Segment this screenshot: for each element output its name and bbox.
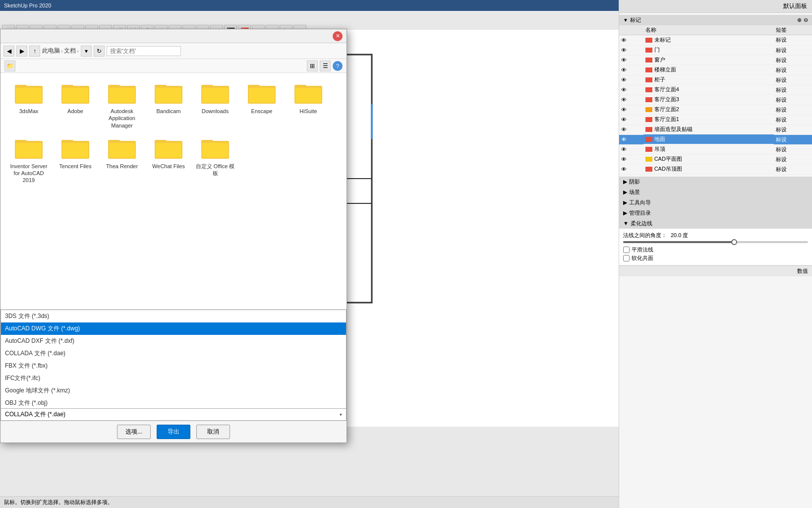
layer-row[interactable]: 👁 CAD平面图 标设 xyxy=(619,154,812,164)
folder-item[interactable]: 3dsMax xyxy=(6,79,51,132)
folder-icon xyxy=(294,82,322,106)
folder-item[interactable]: Thea Render xyxy=(100,134,144,187)
layer-visibility[interactable]: 👁 xyxy=(619,115,643,125)
breadcrumb-pc[interactable]: 此电脑 xyxy=(42,47,60,55)
layer-visibility[interactable]: 👁 xyxy=(619,164,643,174)
soften-checkbox-label[interactable]: 软化共面 xyxy=(623,254,808,262)
layer-name: 楼梯立面 xyxy=(643,65,774,75)
breadcrumb: 此电脑 › 文档 › xyxy=(42,47,79,55)
folder-label: Autodesk Application Manager xyxy=(102,108,142,129)
folder-item[interactable]: Inventor Server for AutoCAD 2019 xyxy=(6,134,51,187)
panel-bottom: ▶ 阴影 ▶ 场景 ▶ 工具向导 ▶ 管理目录 ▼ 柔化边线 法线之间的角度： xyxy=(619,177,812,276)
manager-row[interactable]: ▶ 管理目录 xyxy=(619,208,812,218)
layer-tag: 标设 xyxy=(774,125,812,134)
filetype-dropdown-area: 3DS 文件 (*.3ds)AutoCAD DWG 文件 (*.dwg)Auto… xyxy=(0,309,347,421)
layer-visibility[interactable]: 👁 xyxy=(619,95,643,105)
layer-row[interactable]: 👁 客厅立面1 标设 xyxy=(619,115,812,125)
folder-item[interactable]: Downloads xyxy=(193,79,237,132)
layer-tag: 标设 xyxy=(774,95,812,105)
refresh-button[interactable]: ↻ xyxy=(94,46,105,57)
help-button[interactable]: ? xyxy=(333,61,343,71)
layer-visibility[interactable]: 👁 xyxy=(619,35,643,46)
folder-item[interactable]: 自定义 Office 模板 xyxy=(193,134,237,187)
layer-visibility[interactable]: 👁 xyxy=(619,134,643,144)
dropdown-button[interactable]: ▾ xyxy=(81,46,92,57)
filetype-option[interactable]: FBX 文件 (*.fbx) xyxy=(1,360,346,372)
svg-rect-29 xyxy=(156,88,181,103)
layer-visibility[interactable]: 👁 xyxy=(619,75,643,85)
folder-item[interactable]: Tencent Files xyxy=(53,134,98,187)
layer-visibility[interactable]: 👁 xyxy=(619,105,643,115)
layer-row[interactable]: 👁 未标记 标设 xyxy=(619,35,812,46)
svg-rect-21 xyxy=(62,88,88,103)
cancel-button[interactable]: 取消 xyxy=(196,425,230,439)
layer-row[interactable]: 👁 地面 标设 xyxy=(619,134,812,144)
view-list-button[interactable]: ☰ xyxy=(320,61,331,71)
dialog-content-toolbar: 📁 ⊞ ☰ ? xyxy=(0,59,347,73)
layer-visibility[interactable]: 👁 xyxy=(619,125,643,134)
filetype-selected-bar[interactable]: COLLADA 文件 (*.dae) ▾ xyxy=(0,409,347,421)
layer-visibility[interactable]: 👁 xyxy=(619,85,643,95)
options-button[interactable]: 选项... xyxy=(117,425,151,439)
layer-color-swatch xyxy=(645,157,652,162)
folder-item[interactable]: HiSuite xyxy=(286,79,331,132)
breadcrumb-docs[interactable]: 文档 xyxy=(64,47,76,55)
panel-section-marks-header[interactable]: ▼ 标记 ⊕ ⊖ xyxy=(619,15,812,25)
folder-icon xyxy=(155,82,182,106)
layer-row[interactable]: 👁 吊顶 标设 xyxy=(619,144,812,154)
folder-icon xyxy=(61,137,89,161)
back-button[interactable]: ◀ xyxy=(3,46,14,57)
up-button[interactable]: ↑ xyxy=(29,46,40,57)
folder-label: Adobe xyxy=(67,108,83,115)
add-mark-icon[interactable]: ⊕ xyxy=(797,17,802,23)
filetype-option[interactable]: COLLADA 文件 (*.dae) xyxy=(1,347,346,360)
dialog-close-button[interactable]: ✕ xyxy=(333,31,343,41)
layer-row[interactable]: 👁 窗户 标设 xyxy=(619,55,812,65)
layer-row[interactable]: 👁 墙面造型及贴磁 标设 xyxy=(619,125,812,134)
shadow-row[interactable]: ▶ 阴影 xyxy=(619,177,812,187)
folder-item[interactable]: Autodesk Application Manager xyxy=(100,79,144,132)
remove-mark-icon[interactable]: ⊖ xyxy=(804,17,808,23)
filetype-option[interactable]: IFC文件(*.ifc) xyxy=(1,372,346,384)
folder-item[interactable]: Adobe xyxy=(53,79,98,132)
layer-name: 门 xyxy=(643,45,774,55)
filetype-option[interactable]: AutoCAD DXF 文件 (*.dxf) xyxy=(1,335,346,347)
layer-visibility[interactable]: 👁 xyxy=(619,65,643,75)
layer-row[interactable]: 👁 楼梯立面 标设 xyxy=(619,65,812,75)
smooth-edge-row[interactable]: ▼ 柔化边线 xyxy=(619,218,812,229)
export-button[interactable]: 导出 xyxy=(157,425,190,439)
layer-row[interactable]: 👁 客厅立面3 标设 xyxy=(619,95,812,105)
filetype-option[interactable]: AutoCAD DWG 文件 (*.dwg) xyxy=(1,322,346,335)
folder-icon xyxy=(61,82,89,106)
search-input[interactable] xyxy=(107,46,181,56)
layer-visibility[interactable]: 👁 xyxy=(619,45,643,55)
filetype-option[interactable]: Google 地球文件 (*.kmz) xyxy=(1,384,346,397)
layer-visibility[interactable]: 👁 xyxy=(619,144,643,154)
col-name: 名称 xyxy=(643,25,774,35)
smooth-label: 平滑法线 xyxy=(632,246,653,254)
layer-row[interactable]: 👁 CAD吊顶图 标设 xyxy=(619,164,812,174)
col-tag: 短签 xyxy=(774,25,812,35)
layer-row[interactable]: 👁 柜子 标设 xyxy=(619,75,812,85)
folder-item[interactable]: Enscape xyxy=(239,79,284,132)
view-toggle-button[interactable]: ⊞ xyxy=(307,61,318,71)
new-folder-button[interactable]: 📁 xyxy=(4,61,15,71)
forward-button[interactable]: ▶ xyxy=(16,46,27,57)
tools-ref-row[interactable]: ▶ 工具向导 xyxy=(619,197,812,208)
soften-checkbox[interactable] xyxy=(623,255,630,261)
layer-name: 客厅立面3 xyxy=(643,95,774,105)
layer-row[interactable]: 👁 客厅立面4 标设 xyxy=(619,85,812,95)
folder-item[interactable]: Bandicam xyxy=(146,79,191,132)
folder-item[interactable]: WeChat Files xyxy=(146,134,191,187)
svg-rect-33 xyxy=(202,88,228,103)
layer-visibility[interactable]: 👁 xyxy=(619,55,643,65)
layer-row[interactable]: 👁 门 标设 xyxy=(619,45,812,55)
smooth-checkbox[interactable] xyxy=(623,247,630,253)
layer-name: 客厅立面2 xyxy=(643,105,774,115)
layer-visibility[interactable]: 👁 xyxy=(619,154,643,164)
scene-row[interactable]: ▶ 场景 xyxy=(619,187,812,197)
layer-row[interactable]: 👁 客厅立面2 标设 xyxy=(619,105,812,115)
smooth-checkbox-label[interactable]: 平滑法线 xyxy=(623,246,808,254)
filetype-option[interactable]: OBJ 文件 (*.obj) xyxy=(1,397,346,409)
filetype-option[interactable]: 3DS 文件 (*.3ds) xyxy=(1,310,346,322)
